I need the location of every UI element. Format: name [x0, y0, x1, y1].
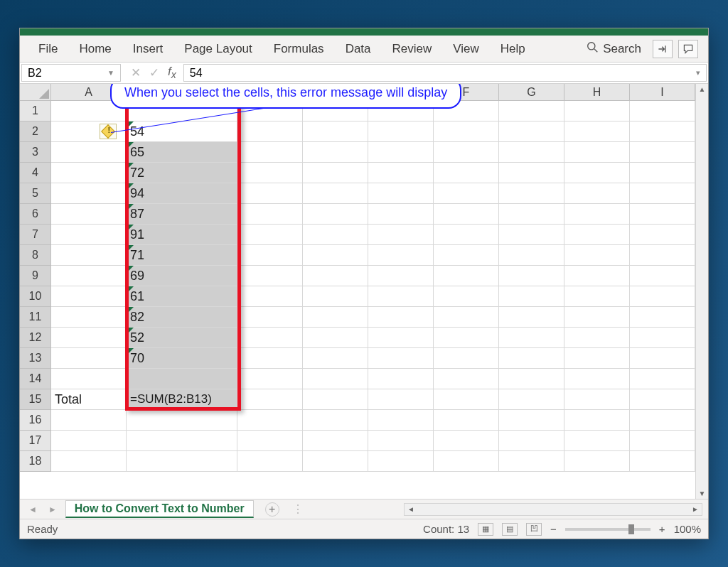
excel-window: File Home Insert Page Layout Formulas Da…	[19, 28, 709, 539]
row-11[interactable]: 11	[20, 307, 51, 328]
expand-formula-icon[interactable]: ▾	[696, 68, 700, 77]
tab-file[interactable]: File	[30, 38, 66, 60]
fx-icon[interactable]: fx	[168, 65, 176, 80]
formula-value: 54	[190, 67, 203, 80]
cell-B9[interactable]: 69	[127, 266, 237, 286]
cell-B13[interactable]: 70	[127, 348, 237, 369]
comments-icon[interactable]	[678, 40, 698, 58]
tab-data[interactable]: Data	[337, 38, 380, 60]
cell-B2[interactable]: 54	[127, 122, 237, 142]
row-18[interactable]: 18	[20, 451, 51, 472]
tab-home[interactable]: Home	[70, 38, 119, 60]
svg-point-0	[588, 42, 595, 49]
sheet-divider-icon: ⋮	[292, 502, 304, 516]
view-page-layout-icon[interactable]: ▤	[502, 523, 518, 536]
rows-container: 1 254 365 472 594 687 791 871 969 1061 1…	[20, 101, 708, 472]
enter-icon[interactable]: ✓	[149, 65, 159, 80]
col-G[interactable]: G	[499, 84, 564, 100]
col-H[interactable]: H	[564, 84, 630, 100]
cancel-icon[interactable]: ✕	[131, 65, 141, 80]
name-box[interactable]: B2 ▼	[21, 64, 121, 82]
zoom-slider[interactable]	[565, 528, 651, 531]
tab-page-layout[interactable]: Page Layout	[176, 38, 260, 60]
row-10[interactable]: 10	[20, 286, 51, 307]
select-all-corner[interactable]	[20, 84, 51, 100]
cell-B8[interactable]: 71	[127, 245, 237, 266]
horizontal-scrollbar[interactable]: ◄►	[404, 503, 702, 516]
cell-B10[interactable]: 61	[127, 286, 237, 307]
zoom-level[interactable]: 100%	[674, 523, 701, 535]
sheet-tabs-bar: ◄ ► How to Convert Text to Number + ⋮ ◄►	[20, 499, 708, 519]
tab-help[interactable]: Help	[492, 38, 534, 60]
chevron-down-icon: ▼	[107, 69, 114, 77]
ribbon-search[interactable]: Search	[581, 40, 647, 58]
status-count: Count: 13	[423, 523, 469, 535]
sheet-nav-next-icon[interactable]: ►	[46, 504, 60, 514]
cell-B15[interactable]: =SUM(B2:B13)	[127, 389, 237, 410]
zoom-in-button[interactable]: +	[659, 523, 665, 535]
row-17[interactable]: 17	[20, 431, 51, 451]
col-I[interactable]: I	[630, 84, 695, 100]
cell-B4[interactable]: 72	[127, 163, 237, 183]
name-box-value: B2	[28, 67, 42, 80]
view-page-break-icon[interactable]: 凹	[526, 523, 542, 536]
row-12[interactable]: 12	[20, 328, 51, 348]
scroll-down-icon[interactable]: ▼	[697, 488, 707, 499]
grid-area[interactable]: A B C D E F G H I 1 254 365 472 594 687 …	[20, 84, 708, 499]
row-3[interactable]: 3	[20, 142, 51, 163]
search-label: Search	[603, 42, 641, 56]
annotation-callout: When you select the cells, this error me…	[110, 84, 461, 109]
tab-insert[interactable]: Insert	[124, 38, 172, 60]
search-icon	[587, 41, 599, 57]
cell-B11[interactable]: 82	[127, 307, 237, 328]
sheet-tab-active[interactable]: How to Convert Text to Number	[65, 500, 254, 518]
cell-B5[interactable]: 94	[127, 183, 237, 204]
cell-B6[interactable]: 87	[127, 204, 237, 225]
zoom-out-button[interactable]: −	[550, 523, 557, 535]
sheet-nav-prev-icon[interactable]: ◄	[26, 504, 40, 514]
formula-input[interactable]: 54 ▾	[183, 64, 707, 82]
row-14[interactable]: 14	[20, 369, 51, 389]
formula-bar: B2 ▼ ✕ ✓ fx 54 ▾	[20, 63, 708, 84]
row-5[interactable]: 5	[20, 183, 51, 204]
row-7[interactable]: 7	[20, 225, 51, 245]
tab-review[interactable]: Review	[384, 38, 441, 60]
cell-B7[interactable]: 91	[127, 225, 237, 245]
status-bar: Ready Count: 13 ▦ ▤ 凹 − + 100%	[20, 519, 708, 539]
row-8[interactable]: 8	[20, 245, 51, 266]
cell-B3[interactable]: 65	[127, 142, 237, 163]
cell-A15[interactable]: Total	[51, 389, 127, 410]
scroll-up-icon[interactable]: ▲	[697, 84, 707, 94]
row-15[interactable]: 15	[20, 389, 51, 410]
row-4[interactable]: 4	[20, 163, 51, 183]
row-1[interactable]: 1	[20, 101, 51, 122]
status-ready: Ready	[27, 523, 58, 535]
view-normal-icon[interactable]: ▦	[478, 523, 493, 536]
formula-buttons: ✕ ✓ fx	[124, 63, 183, 83]
cell-B14[interactable]	[127, 369, 237, 389]
row-9[interactable]: 9	[20, 266, 51, 286]
title-bar	[20, 28, 708, 36]
svg-line-1	[594, 49, 597, 52]
add-sheet-button[interactable]: +	[265, 502, 279, 517]
zoom-thumb[interactable]	[628, 524, 634, 534]
ribbon: File Home Insert Page Layout Formulas Da…	[20, 36, 708, 63]
row-16[interactable]: 16	[20, 410, 51, 431]
tab-view[interactable]: View	[444, 38, 488, 60]
row-13[interactable]: 13	[20, 348, 51, 369]
vertical-scrollbar[interactable]: ▲ ▼	[695, 84, 708, 499]
error-triangle-icon	[127, 122, 134, 129]
tab-formulas[interactable]: Formulas	[265, 38, 333, 60]
share-icon[interactable]	[653, 40, 673, 58]
cell-B12[interactable]: 52	[127, 328, 237, 348]
row-2[interactable]: 2	[20, 122, 51, 142]
row-6[interactable]: 6	[20, 204, 51, 225]
